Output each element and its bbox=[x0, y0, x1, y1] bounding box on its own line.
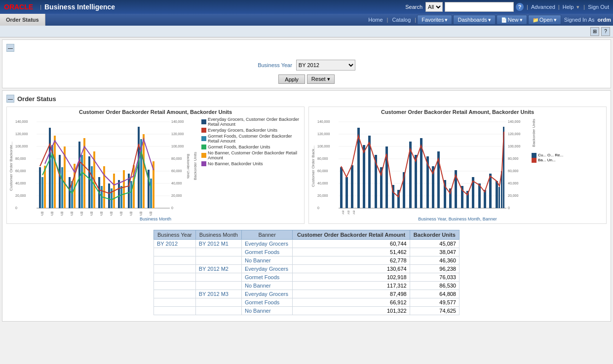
chart2-container: Customer Order Backorder Retail Amount, … bbox=[308, 107, 607, 224]
svg-text:60,000: 60,000 bbox=[15, 169, 26, 173]
svg-text:BY 2012 M2: BY 2012 M2 bbox=[50, 212, 54, 216]
cell-month-7[interactable]: BY 2012 M3 bbox=[195, 290, 241, 298]
dashboards-label: Dashboards bbox=[458, 17, 487, 23]
search-scope-select[interactable]: All bbox=[425, 2, 443, 12]
svg-text:120,000: 120,000 bbox=[317, 132, 330, 136]
advanced-link[interactable]: Advanced bbox=[531, 4, 555, 10]
svg-rect-125 bbox=[498, 187, 500, 208]
th-banner: Banner bbox=[241, 230, 292, 240]
chart2-legend-color-1 bbox=[532, 153, 536, 158]
cell-month-1[interactable]: BY 2012 M1 bbox=[195, 240, 241, 248]
cell-units-2: 38,047 bbox=[410, 248, 459, 256]
cell-month-3 bbox=[195, 256, 241, 265]
svg-text:80,000: 80,000 bbox=[508, 157, 519, 160]
svg-rect-54 bbox=[138, 127, 140, 208]
chart1-svg-area: 140,000 120,000 100,000 80,000 60,000 40… bbox=[14, 117, 192, 216]
svg-rect-30 bbox=[59, 155, 61, 208]
svg-rect-98 bbox=[345, 177, 348, 208]
cell-banner-7[interactable]: Everyday Grocers bbox=[241, 290, 292, 298]
th-year: Business Year bbox=[154, 230, 196, 240]
filter-collapse-button[interactable]: — bbox=[6, 44, 14, 52]
new-button[interactable]: 📄 New ▾ bbox=[497, 15, 527, 25]
svg-text:80,000: 80,000 bbox=[317, 157, 328, 160]
svg-text:120,000: 120,000 bbox=[171, 132, 184, 136]
cell-month-6 bbox=[195, 282, 241, 290]
svg-text:0: 0 bbox=[15, 206, 17, 210]
svg-rect-48 bbox=[118, 180, 120, 208]
cell-amount-3: 62,778 bbox=[293, 256, 410, 265]
charts-row: Customer Order Backorder Retail Amount, … bbox=[6, 107, 607, 224]
section-collapse-button[interactable]: — bbox=[6, 95, 14, 103]
svg-text:0: 0 bbox=[317, 206, 319, 210]
cell-units-7: 64,808 bbox=[410, 290, 459, 298]
svg-text:BY 2012 M3: BY 2012 M3 bbox=[60, 212, 64, 216]
cell-banner-8[interactable]: Gormet Foods bbox=[241, 298, 292, 307]
order-status-tab[interactable]: Order Status bbox=[0, 14, 45, 26]
help-toolbar-icon[interactable]: ? bbox=[601, 27, 610, 36]
svg-text:140,000: 140,000 bbox=[317, 120, 330, 123]
help-link[interactable]: Help bbox=[563, 4, 574, 10]
filter-buttons: Apply Reset ▾ bbox=[6, 74, 607, 84]
cell-banner-9[interactable]: No Banner bbox=[241, 307, 292, 315]
home-link[interactable]: Home bbox=[365, 17, 385, 23]
search-input[interactable] bbox=[445, 2, 514, 12]
table-row: BY 2012 M2 Everyday Grocers 130,674 96,2… bbox=[154, 265, 460, 273]
chart2-area: Customer Order Back... 140,000 120,000 1… bbox=[311, 117, 604, 216]
chart2-legend: Backorder Units Cu... O... Re... Ba... U… bbox=[530, 117, 565, 216]
legend-item-4: Gormet Foods, Backorder Units bbox=[201, 145, 302, 149]
cell-banner-2[interactable]: Gormet Foods bbox=[241, 248, 292, 256]
th-amount: Customer Order Backorder Retail Amount bbox=[293, 230, 410, 240]
cell-month-4[interactable]: BY 2012 M2 bbox=[195, 265, 241, 273]
cell-banner-5[interactable]: Gormet Foods bbox=[241, 273, 292, 282]
chart1-area: Customer Order Backorde... 140,000 120,0… bbox=[9, 117, 302, 216]
open-button[interactable]: 📁 Open ▾ bbox=[528, 15, 561, 25]
chart2-title: Customer Order Backorder Retail Amount, … bbox=[311, 109, 604, 115]
cell-units-9: 74,625 bbox=[410, 307, 459, 315]
catalog-link[interactable]: Catalog bbox=[389, 17, 414, 23]
apply-button[interactable]: Apply bbox=[278, 74, 305, 84]
svg-text:BY 2012 M10: BY 2012 M10 bbox=[129, 212, 133, 216]
oracle-logo: ORACLE bbox=[4, 3, 33, 11]
cell-units-1: 45,087 bbox=[410, 240, 459, 248]
business-year-select[interactable]: BY 2012 bbox=[296, 60, 355, 71]
legend-color-2 bbox=[201, 128, 206, 133]
chart2-y-right-label: Backorder Units bbox=[532, 119, 563, 147]
cell-banner-3[interactable]: No Banner bbox=[241, 256, 292, 265]
svg-text:Backorder Units: Backorder Units bbox=[187, 154, 190, 179]
cell-amount-8: 66,912 bbox=[293, 298, 410, 307]
chart1-x-label: Business Month bbox=[9, 217, 302, 221]
svg-text:BY 2012 M12: BY 2012 M12 bbox=[149, 212, 153, 216]
filter-section: — Business Year BY 2012 Apply Reset ▾ bbox=[2, 39, 611, 88]
svg-text:0: 0 bbox=[171, 206, 173, 210]
cell-banner-6[interactable]: No Banner bbox=[241, 282, 292, 290]
svg-text:BY 2012 M9: BY 2012 M9 bbox=[119, 212, 123, 216]
cell-units-8: 49,577 bbox=[410, 298, 459, 307]
svg-rect-52 bbox=[130, 181, 132, 208]
svg-rect-49 bbox=[120, 186, 122, 208]
cell-amount-6: 117,312 bbox=[293, 282, 410, 290]
svg-text:BY 2012 M11: BY 2012 M11 bbox=[139, 212, 143, 216]
favorites-button[interactable]: Favorites ▾ bbox=[417, 15, 452, 25]
cell-amount-7: 87,498 bbox=[293, 290, 410, 298]
cell-year-1[interactable]: BY 2012 bbox=[154, 240, 196, 248]
signout-link[interactable]: Sign Out bbox=[588, 4, 609, 10]
dashboards-button[interactable]: Dashboards ▾ bbox=[453, 15, 495, 25]
chart1-legend: Everyday Grocers, Customer Order Backord… bbox=[199, 117, 302, 216]
reset-button[interactable]: Reset ▾ bbox=[307, 74, 335, 84]
cell-year-4 bbox=[154, 265, 196, 273]
svg-rect-58 bbox=[150, 179, 152, 208]
cell-year-8 bbox=[154, 298, 196, 307]
cell-units-5: 76,033 bbox=[410, 273, 459, 282]
svg-text:140,000: 140,000 bbox=[15, 120, 28, 123]
filter-label: Business Year bbox=[258, 62, 292, 68]
search-help-icon[interactable]: ? bbox=[516, 3, 524, 11]
chart2-legend-label-1: Cu... O... Re... bbox=[538, 153, 563, 157]
grid-icon[interactable]: ⊞ bbox=[590, 27, 599, 36]
cell-banner-4[interactable]: Everyday Grocers bbox=[241, 265, 292, 273]
cell-month-9 bbox=[195, 307, 241, 315]
cell-amount-1: 60,744 bbox=[293, 240, 410, 248]
svg-rect-33 bbox=[69, 177, 71, 208]
chart2-x-label: Business Year, Business Month, Banner bbox=[311, 217, 604, 221]
svg-text:120,000: 120,000 bbox=[508, 132, 520, 136]
cell-banner-1[interactable]: Everyday Grocers bbox=[241, 240, 292, 248]
